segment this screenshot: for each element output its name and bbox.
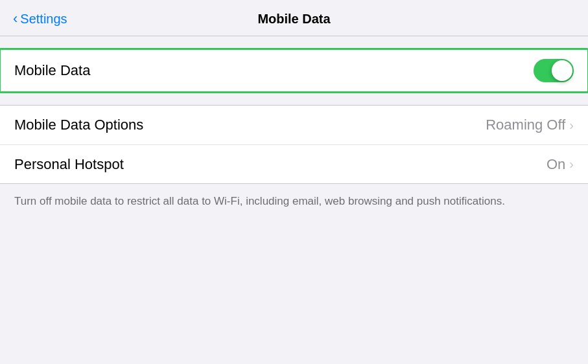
mobile-data-options-text: Roaming Off xyxy=(486,117,565,133)
chevron-right-icon: › xyxy=(569,118,574,133)
toggle-thumb xyxy=(552,60,572,81)
page-title: Mobile Data xyxy=(257,12,330,27)
mobile-data-options-label: Mobile Data Options xyxy=(14,117,143,133)
personal-hotspot-text: On xyxy=(547,156,565,173)
personal-hotspot-value: On › xyxy=(547,156,574,173)
options-section: Mobile Data Options Roaming Off › Person… xyxy=(0,105,588,184)
spacer-1 xyxy=(0,92,588,105)
footer-note: Turn off mobile data to restrict all dat… xyxy=(0,184,588,219)
personal-hotspot-row[interactable]: Personal Hotspot On › xyxy=(0,144,588,183)
back-button[interactable]: ‹ Settings xyxy=(13,12,67,27)
mobile-data-options-row[interactable]: Mobile Data Options Roaming Off › xyxy=(0,106,588,144)
personal-hotspot-label: Personal Hotspot xyxy=(14,156,124,173)
mobile-data-row: Mobile Data xyxy=(0,50,588,91)
settings-content: Mobile Data Mobile Data Options Roaming … xyxy=(0,36,588,232)
back-label: Settings xyxy=(20,12,67,27)
mobile-data-label: Mobile Data xyxy=(14,62,90,79)
back-chevron-icon: ‹ xyxy=(13,12,18,26)
chevron-right-icon-2: › xyxy=(569,157,574,172)
mobile-data-section: Mobile Data xyxy=(0,49,588,92)
navigation-bar: ‹ Settings Mobile Data xyxy=(0,0,588,36)
mobile-data-toggle[interactable] xyxy=(534,59,574,82)
mobile-data-options-value: Roaming Off › xyxy=(486,117,574,133)
